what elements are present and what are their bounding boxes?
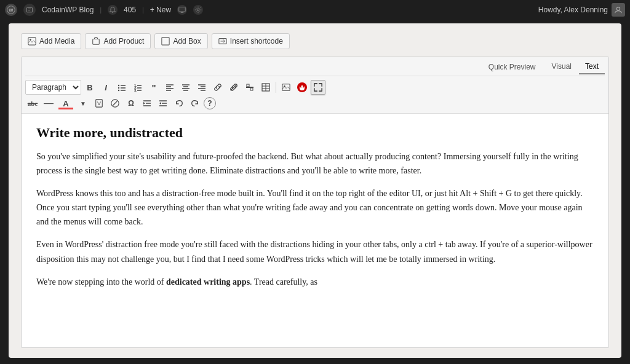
gear-icon[interactable] <box>193 5 203 15</box>
text-tab[interactable]: Text <box>579 60 605 74</box>
para4-prefix: We're now stepping into the world of <box>36 277 166 287</box>
user-avatar[interactable] <box>612 3 625 17</box>
unlink-button[interactable] <box>226 80 241 95</box>
content-paragraph-3: Even in WordPress' distraction free mode… <box>36 237 594 266</box>
outdent-button[interactable] <box>156 96 170 111</box>
editor-content[interactable]: Write more, undistracted So you've simpl… <box>22 114 608 347</box>
redo-button[interactable] <box>188 96 202 111</box>
svg-rect-2 <box>27 7 33 12</box>
wp-logo[interactable]: W <box>5 4 17 16</box>
content-paragraph-4: We're now stepping into the world of ded… <box>36 275 594 289</box>
svg-rect-38 <box>247 84 249 87</box>
editor-toolbar-row2: abc — A ▼ Ω <box>25 96 605 111</box>
svg-rect-39 <box>250 88 253 90</box>
para4-bold: dedicated writing apps <box>166 277 250 287</box>
separator1: | <box>100 7 102 14</box>
align-left-button[interactable] <box>162 80 177 95</box>
svg-point-14 <box>118 87 119 89</box>
special-chars-button[interactable]: Ω <box>124 96 138 111</box>
svg-rect-7 <box>28 38 36 45</box>
flame-icon <box>297 82 307 92</box>
separator2: | <box>142 7 144 14</box>
svg-point-6 <box>616 7 620 10</box>
site-title[interactable]: CodainWP Blog <box>42 6 94 14</box>
content-heading: Write more, undistracted <box>36 125 594 141</box>
site-icon[interactable] <box>23 4 36 16</box>
svg-point-8 <box>30 39 31 41</box>
paste-from-word-button[interactable] <box>92 96 106 111</box>
admin-bar: W CodainWP Blog | 405 | + New Howdy, Ale… <box>0 0 630 20</box>
indent-button[interactable] <box>140 96 154 111</box>
ordered-list-button[interactable]: 1.2.3. <box>130 80 145 95</box>
svg-text:W: W <box>9 7 14 13</box>
table-button[interactable] <box>258 80 273 95</box>
flame-button[interactable] <box>295 80 309 95</box>
editor-wrapper: Quick Preview Visual Text Paragraph B I … <box>21 57 609 348</box>
image-button[interactable] <box>279 80 293 95</box>
admin-bar-right: Howdy, Alex Denning <box>538 3 625 17</box>
quick-preview-tab[interactable]: Quick Preview <box>482 60 542 74</box>
para4-suffix: . Tread carefully, as <box>250 277 317 287</box>
svg-point-16 <box>118 90 119 91</box>
visual-tab[interactable]: Visual <box>546 60 578 74</box>
svg-rect-46 <box>96 100 103 107</box>
font-color-button[interactable]: A <box>57 96 74 111</box>
clear-format-button[interactable] <box>108 96 122 111</box>
fullscreen-button[interactable] <box>311 80 325 95</box>
undo-button[interactable] <box>172 96 186 111</box>
insert-shortcode-button[interactable]: Insert shortcode <box>212 33 290 49</box>
link-button[interactable] <box>210 80 225 95</box>
alerts-icon[interactable] <box>108 5 118 15</box>
new-button[interactable]: + New <box>150 6 171 14</box>
svg-rect-9 <box>93 39 100 45</box>
strikethrough-button[interactable]: abc <box>25 96 40 111</box>
svg-point-3 <box>112 12 113 14</box>
svg-point-12 <box>118 85 119 86</box>
editor-toolbar: Quick Preview Visual Text Paragraph B I … <box>22 57 608 114</box>
blockquote-button[interactable]: " <box>146 80 161 95</box>
color-picker-button[interactable]: ▼ <box>76 96 90 111</box>
user-greeting[interactable]: Howdy, Alex Denning <box>538 6 608 14</box>
monitor-icon[interactable] <box>177 5 187 15</box>
add-media-button[interactable]: Add Media <box>21 33 81 49</box>
color-indicator <box>58 108 73 109</box>
svg-rect-44 <box>282 84 290 91</box>
content-paragraph-1: So you've simplified your site's usabili… <box>36 149 594 178</box>
svg-text:3.: 3. <box>134 89 137 92</box>
horizontal-line-button[interactable]: — <box>41 96 56 111</box>
svg-rect-4 <box>179 7 186 12</box>
help-button[interactable]: ? <box>204 97 216 109</box>
svg-point-5 <box>197 9 199 11</box>
media-toolbar: Add Media Add Product Add Box Insert sho… <box>21 33 609 49</box>
unordered-list-button[interactable] <box>114 80 129 95</box>
admin-bar-left: W CodainWP Blog | 405 | + New <box>5 4 531 16</box>
toolbar-separator1 <box>276 82 276 93</box>
editor-toolbar-row1: Paragraph B I 1.2.3. " <box>25 80 605 95</box>
add-product-button[interactable]: Add Product <box>85 33 151 49</box>
add-box-button[interactable]: Add Box <box>154 33 207 49</box>
bold-button[interactable]: B <box>82 80 97 95</box>
format-dropdown[interactable]: Paragraph <box>25 80 81 95</box>
italic-button[interactable]: I <box>98 80 113 95</box>
content-paragraph-2: WordPress knows this too and has a distr… <box>36 186 594 229</box>
hr-button[interactable] <box>242 80 257 95</box>
svg-rect-10 <box>162 38 169 45</box>
main-content: Add Media Add Product Add Box Insert sho… <box>9 23 621 358</box>
align-center-button[interactable] <box>178 80 193 95</box>
align-right-button[interactable] <box>194 80 209 95</box>
alerts-count: 405 <box>124 6 136 14</box>
